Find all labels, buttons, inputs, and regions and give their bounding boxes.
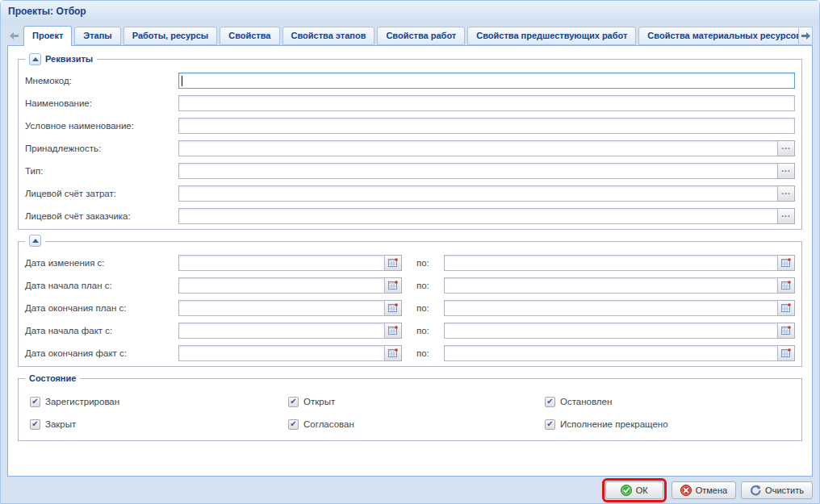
litsevoy-schet-zakazchika-input[interactable] bbox=[178, 208, 778, 224]
tab-scroll-right-button[interactable] bbox=[798, 27, 813, 45]
cancel-button[interactable]: Отмена bbox=[671, 481, 736, 499]
naimenovanie-label: Наименование: bbox=[25, 98, 178, 108]
date-row: Дата начала факт с: по: bbox=[25, 319, 795, 342]
tab-scroll-left-button[interactable] bbox=[7, 27, 22, 45]
prinadlezhnost-lookup-button[interactable]: ... bbox=[777, 140, 795, 156]
checkbox-soglasovan[interactable]: Согласован bbox=[288, 413, 545, 435]
clear-refresh-icon bbox=[750, 485, 761, 496]
ellipsis-icon: ... bbox=[781, 144, 790, 150]
form-row: Тип: ... bbox=[25, 160, 795, 182]
date-row: Дата начала план с: по: bbox=[25, 274, 795, 297]
data-okonchaniya-fakt-from-calendar-button[interactable] bbox=[384, 345, 402, 361]
checked-checkbox-icon bbox=[288, 419, 299, 430]
litsevoy-schet-zatrat-input[interactable] bbox=[178, 185, 778, 202]
data-nachala-plan-to-input[interactable] bbox=[444, 277, 778, 294]
form-row: Наименование: bbox=[25, 92, 795, 115]
date-row: Дата изменения с: по: bbox=[25, 252, 795, 274]
chevron-up-icon bbox=[32, 239, 39, 243]
data-izmeneniya-from-calendar-button[interactable] bbox=[384, 255, 402, 271]
form-row: Лицевой счёт заказчика: ... bbox=[25, 205, 795, 227]
data-nachala-plan-to-calendar-button[interactable] bbox=[777, 277, 795, 294]
tab-svoystva-etapov[interactable]: Свойства этапов bbox=[282, 27, 375, 45]
data-okonchaniya-plan-from-calendar-button[interactable] bbox=[384, 300, 402, 316]
data-nachala-fakt-from-calendar-button[interactable] bbox=[384, 323, 402, 339]
checkbox-zaregistrirovan[interactable]: Зарегистрирован bbox=[30, 390, 288, 413]
calendar-icon bbox=[781, 258, 791, 268]
data-okonchaniya-plan-from-input[interactable] bbox=[178, 300, 385, 316]
prinadlezhnost-input[interactable] bbox=[178, 140, 778, 156]
data-okonchaniya-fakt-to-input[interactable] bbox=[444, 345, 778, 361]
ok-button[interactable]: ОК bbox=[605, 481, 663, 499]
dates-fieldset: Дата изменения с: по: Дата начала план с… bbox=[18, 241, 802, 367]
tip-lookup-button[interactable]: ... bbox=[777, 163, 795, 179]
checkbox-otkryt[interactable]: Открыт bbox=[288, 390, 545, 413]
data-okonchaniya-plan-to-calendar-button[interactable] bbox=[777, 300, 795, 316]
data-nachala-plan-from-calendar-button[interactable] bbox=[384, 277, 402, 294]
mnemokod-label: Мнемокод: bbox=[25, 76, 178, 85]
state-checkbox-grid: Зарегистрирован Открыт Остановлен Закрыт… bbox=[25, 389, 795, 439]
uslovnoe-naimenovanie-input[interactable] bbox=[178, 118, 795, 134]
calendar-icon bbox=[388, 348, 398, 358]
prinadlezhnost-label: Принадлежность: bbox=[25, 144, 178, 153]
state-legend-label: Состояние bbox=[29, 372, 76, 385]
tab-svoystva[interactable]: Свойства bbox=[220, 27, 279, 45]
clear-button-label: Очистить bbox=[765, 485, 804, 495]
checkbox-ostanovlen[interactable]: Остановлен bbox=[545, 390, 795, 413]
data-izmeneniya-to-input[interactable] bbox=[444, 255, 778, 271]
tab-etapy[interactable]: Этапы bbox=[74, 27, 120, 45]
litsevoy-schet-zatrat-label: Лицевой счёт затрат: bbox=[25, 189, 178, 198]
data-nachala-fakt-from-input[interactable] bbox=[178, 323, 385, 339]
checkbox-ispolnenie-prekrashcheno[interactable]: Исполнение прекращено bbox=[545, 413, 795, 435]
data-izmeneniya-from-input[interactable] bbox=[178, 255, 385, 271]
annotation-highlight: ОК bbox=[602, 478, 667, 502]
data-okonchaniya-plan-to-input[interactable] bbox=[444, 300, 778, 316]
requisites-legend-label: Реквизиты bbox=[45, 52, 93, 65]
clear-button[interactable]: Очистить bbox=[741, 481, 813, 499]
data-okonchaniya-fakt-from-input[interactable] bbox=[178, 345, 385, 361]
ellipsis-icon: ... bbox=[781, 189, 790, 195]
tip-input[interactable] bbox=[178, 163, 778, 179]
data-izmeneniya-label: Дата изменения с: bbox=[25, 258, 178, 268]
tab-proekt[interactable]: Проект bbox=[23, 26, 72, 46]
form-row: Принадлежность: ... bbox=[25, 137, 795, 160]
collapse-requisites-button[interactable] bbox=[29, 53, 41, 65]
filter-form-panel: Реквизиты Мнемокод: Наименование: Условн… bbox=[7, 45, 813, 477]
dates-legend bbox=[25, 235, 45, 247]
data-nachala-plan-from-input[interactable] bbox=[178, 277, 385, 294]
requisites-fieldset: Реквизиты Мнемокод: Наименование: Условн… bbox=[18, 59, 802, 230]
checked-checkbox-icon bbox=[288, 397, 299, 407]
tab-svoystva-rabot[interactable]: Свойства работ bbox=[377, 27, 465, 45]
chevron-up-icon bbox=[32, 57, 39, 61]
text-caret bbox=[182, 76, 182, 86]
calendar-icon bbox=[388, 281, 398, 290]
checkbox-label: Открыт bbox=[303, 397, 335, 406]
to-label: по: bbox=[416, 258, 437, 268]
checked-checkbox-icon bbox=[545, 397, 555, 407]
mnemokod-input[interactable] bbox=[178, 73, 795, 89]
tip-label: Тип: bbox=[25, 166, 178, 176]
ok-button-label: ОК bbox=[636, 485, 648, 495]
calendar-icon bbox=[781, 281, 791, 290]
cancel-button-label: Отмена bbox=[696, 485, 727, 495]
tab-strip: Проект Этапы Работы, ресурсы Свойства Св… bbox=[7, 25, 813, 46]
litsevoy-schet-zatrat-lookup-button[interactable]: ... bbox=[777, 185, 795, 202]
data-nachala-fakt-to-input[interactable] bbox=[444, 323, 778, 339]
tab-raboty-resursy[interactable]: Работы, ресурсы bbox=[123, 27, 217, 45]
collapse-dates-button[interactable] bbox=[29, 235, 41, 247]
checkbox-zakryt[interactable]: Закрыт bbox=[30, 413, 288, 435]
data-okonchaniya-fakt-to-calendar-button[interactable] bbox=[777, 345, 795, 361]
calendar-icon bbox=[781, 303, 791, 313]
tab-svoystva-materialnykh-resursov[interactable]: Свойства материальных ресурсов bbox=[638, 27, 798, 45]
cancel-x-icon bbox=[680, 485, 692, 496]
data-izmeneniya-to-calendar-button[interactable] bbox=[777, 255, 795, 271]
litsevoy-schet-zakazchika-lookup-button[interactable]: ... bbox=[777, 208, 795, 224]
footer-toolbar: ОК Отмена Очистить bbox=[2, 477, 818, 502]
tab-svoystva-predshestvuyushchikh-rabot[interactable]: Свойства предшествующих работ bbox=[467, 27, 636, 45]
data-nachala-fakt-to-calendar-button[interactable] bbox=[777, 323, 795, 339]
data-nachala-plan-label: Дата начала план с: bbox=[25, 281, 178, 290]
naimenovanie-input[interactable] bbox=[178, 95, 795, 111]
calendar-icon bbox=[388, 303, 398, 313]
calendar-icon bbox=[388, 258, 398, 268]
checkbox-label: Остановлен bbox=[560, 397, 612, 406]
calendar-icon bbox=[781, 348, 791, 358]
